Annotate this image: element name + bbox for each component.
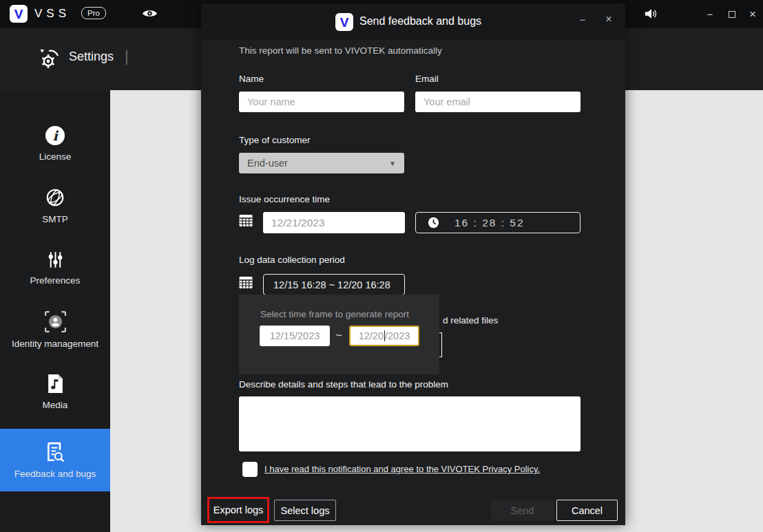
- issue-time-field[interactable]: 16 : 28 : 52: [415, 212, 581, 233]
- sidebar-item-label: License: [39, 151, 72, 162]
- sidebar-item-label: Media: [43, 400, 68, 410]
- dialog-minimize-button[interactable]: −: [573, 8, 592, 31]
- header-separator: |: [125, 47, 129, 65]
- window-minimize-button[interactable]: −: [700, 0, 720, 28]
- log-period-field[interactable]: 12/15 16:28 ~ 12/20 16:28: [263, 274, 405, 295]
- pro-badge: Pro: [81, 7, 106, 19]
- dialog-title: Send feedback and bugs: [359, 15, 481, 28]
- end-date-text: 12/20: [359, 330, 384, 341]
- app-window: V VSS Pro − ×: [0, 0, 763, 532]
- identity-viewfinder-icon: [45, 311, 66, 332]
- license-info-icon: i: [45, 126, 65, 145]
- dialog-titlebar: V Send feedback and bugs − ×: [201, 3, 625, 40]
- email-label: Email: [415, 74, 439, 84]
- end-date-input[interactable]: 12/20/2023: [349, 326, 419, 346]
- attachment-label-partial: d related files: [443, 315, 498, 326]
- cancel-button[interactable]: Cancel: [556, 500, 618, 521]
- log-period-value: 12/15 16:28 ~ 12/20 16:28: [273, 279, 390, 290]
- window-maximize-button[interactable]: [722, 0, 742, 28]
- select-logs-button[interactable]: Select logs: [274, 500, 336, 521]
- customer-type-value: End-user: [247, 158, 389, 169]
- maximize-icon: [729, 11, 735, 18]
- dialog-subtitle: This report will be sent to VIVOTEK auto…: [239, 45, 442, 56]
- app-name: VSS: [34, 7, 70, 21]
- dialog-close-button[interactable]: ×: [599, 8, 618, 31]
- range-separator: ~: [335, 329, 342, 343]
- sidebar-item-label: Feedback and bugs: [14, 469, 96, 479]
- media-file-icon: [47, 374, 64, 394]
- end-date-text: /2023: [385, 330, 410, 341]
- description-textarea[interactable]: [239, 396, 581, 451]
- page-title: Settings: [69, 50, 114, 64]
- sidebar-item-media[interactable]: Media: [0, 365, 110, 418]
- sidebar-item-label: Preferences: [30, 275, 81, 286]
- issue-date-input[interactable]: [263, 212, 405, 233]
- time-frame-popup: Select time frame to generate report ~ 1…: [239, 295, 439, 374]
- preferences-sliders-icon: [46, 251, 65, 269]
- calendar-icon: [239, 276, 253, 289]
- name-input[interactable]: [239, 92, 404, 112]
- sidebar-item-identity-management[interactable]: Identity management: [0, 304, 110, 356]
- description-label: Describe details and steps that lead to …: [239, 379, 448, 390]
- vss-logo-icon: V: [10, 5, 28, 23]
- customer-type-label: Type of customer: [239, 135, 311, 145]
- sidebar-item-license[interactable]: i License: [0, 118, 110, 170]
- speaker-icon[interactable]: [645, 8, 658, 20]
- name-label: Name: [239, 74, 264, 84]
- send-button[interactable]: Send: [491, 500, 554, 521]
- export-logs-button[interactable]: Export logs: [207, 497, 269, 523]
- settings-sidebar: i License SMTP Pref: [0, 90, 110, 532]
- chevron-down-icon: ▼: [389, 160, 396, 167]
- email-input[interactable]: [415, 92, 581, 112]
- start-date-input[interactable]: [260, 326, 330, 346]
- smtp-globe-icon: [45, 187, 65, 208]
- issue-time-value: 16 : 28 : 52: [454, 217, 525, 229]
- calendar-icon: [239, 214, 253, 227]
- eye-icon[interactable]: [142, 8, 158, 19]
- sidebar-item-label: SMTP: [42, 214, 68, 224]
- sidebar-item-label: Identity management: [12, 339, 98, 349]
- privacy-policy-link[interactable]: I have read this notification and agree …: [264, 464, 540, 474]
- sidebar-item-smtp[interactable]: SMTP: [0, 180, 110, 232]
- sidebar-item-preferences[interactable]: Preferences: [0, 242, 110, 294]
- send-feedback-dialog: V Send feedback and bugs − × This report…: [201, 3, 625, 525]
- issue-time-label: Issue occurrence time: [239, 194, 330, 204]
- log-period-label: Log data collection period: [239, 255, 345, 265]
- clock-icon: [428, 217, 439, 228]
- customer-type-dropdown[interactable]: End-user ▼: [239, 153, 404, 173]
- settings-gear-icon: [39, 47, 63, 70]
- vivotek-logo-icon: V: [335, 13, 353, 31]
- window-close-button[interactable]: ×: [742, 0, 763, 28]
- popup-title: Select time frame to generate report: [260, 309, 409, 319]
- feedback-report-search-icon: [45, 442, 65, 462]
- privacy-checkbox[interactable]: [242, 462, 258, 477]
- sidebar-item-feedback-and-bugs[interactable]: Feedback and bugs: [0, 429, 110, 491]
